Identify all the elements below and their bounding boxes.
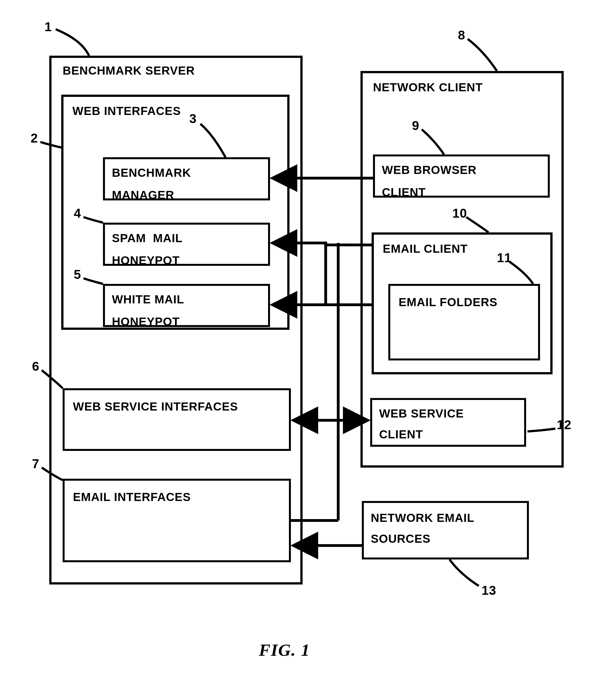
ref-4: 4 (74, 206, 81, 221)
ref-6: 6 (32, 359, 40, 374)
figure-caption: FIG. 1 (259, 640, 310, 660)
web-browser-line2: CLIENT (382, 185, 426, 198)
ref-13: 13 (481, 583, 496, 598)
email-client-title: EMAIL CLIENT (383, 242, 468, 255)
ref-9: 9 (412, 118, 419, 133)
web-browser-client-box: WEB BROWSER CLIENT (373, 154, 550, 198)
ref-7: 7 (32, 457, 40, 471)
diagram-canvas: BENCHMARK SERVER WEB INTERFACES BENCHMAR… (0, 0, 611, 700)
web-browser-line1: WEB BROWSER (382, 163, 477, 177)
network-email-sources-box: NETWORK EMAIL SOURCES (362, 501, 529, 560)
benchmark-manager-line2: MANAGER (112, 189, 174, 200)
benchmark-manager-line1: BENCHMARK (112, 166, 191, 180)
network-client-title: NETWORK CLIENT (373, 81, 483, 94)
benchmark-manager-box: BENCHMARK MANAGER (103, 157, 270, 200)
email-folders-title: EMAIL FOLDERS (399, 296, 497, 309)
email-interfaces-title: EMAIL INTERFACES (73, 490, 191, 504)
benchmark-server-title: BENCHMARK SERVER (63, 64, 195, 77)
web-service-client-line1: WEB SERVICE (379, 407, 464, 420)
white-mail-honeypot-box: WHITE MAIL HONEYPOT (103, 284, 270, 327)
white-mail-line1: WHITE MAIL (112, 293, 184, 306)
network-email-sources-line1: NETWORK EMAIL (371, 511, 474, 525)
ref-5: 5 (74, 267, 81, 282)
ref-2: 2 (31, 131, 38, 146)
ref-10: 10 (452, 206, 467, 221)
ref-1: 1 (45, 19, 52, 34)
web-service-interfaces-title: WEB SERVICE INTERFACES (73, 400, 238, 413)
web-service-client-line2: CLIENT (379, 428, 423, 441)
ref-11: 11 (497, 251, 512, 265)
email-folders-box: EMAIL FOLDERS (388, 284, 540, 360)
email-interfaces-box: EMAIL INTERFACES (63, 479, 291, 562)
ref-3: 3 (189, 111, 197, 126)
network-email-sources-line2: SOURCES (371, 532, 431, 546)
spam-mail-honeypot-box: SPAM MAIL HONEYPOT (103, 223, 270, 266)
web-service-client-box: WEB SERVICE CLIENT (370, 398, 526, 447)
spam-mail-line2: HONEYPOT (112, 254, 180, 266)
white-mail-line2: HONEYPOT (112, 315, 180, 327)
ref-12: 12 (557, 417, 571, 432)
ref-8: 8 (458, 28, 465, 43)
web-service-interfaces-box: WEB SERVICE INTERFACES (63, 388, 291, 451)
web-interfaces-title: WEB INTERFACES (72, 104, 181, 118)
spam-mail-line1: SPAM MAIL (112, 232, 183, 245)
